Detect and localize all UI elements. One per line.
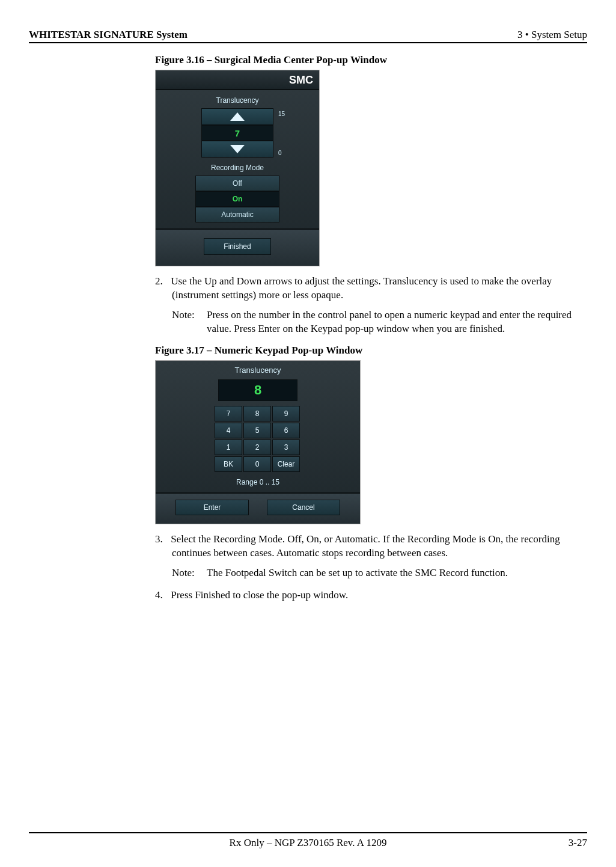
keypad-grid: 7 8 9 4 5 6 1 2 3 BK 0 Clear bbox=[215, 406, 301, 472]
translucency-stepper: 15 7 0 bbox=[201, 108, 273, 158]
step-2-text: Use the Up and Down arrows to adjust the… bbox=[171, 275, 552, 301]
finished-row: Finished bbox=[156, 228, 319, 266]
note-2-label: Note: bbox=[172, 566, 207, 580]
note-2: Note: The Footpedal Switch can be set up… bbox=[172, 566, 587, 580]
key-0[interactable]: 0 bbox=[243, 456, 271, 472]
recording-mode-list: Off On Automatic bbox=[195, 176, 279, 222]
key-5[interactable]: 5 bbox=[243, 423, 271, 438]
step-2: 2. Use the Up and Down arrows to adjust … bbox=[155, 275, 587, 302]
footer-page-number: 3-27 bbox=[569, 837, 587, 849]
key-4[interactable]: 4 bbox=[215, 423, 242, 438]
note-1-text: Press on the number in the control panel… bbox=[207, 308, 587, 336]
recording-mode-automatic[interactable]: Automatic bbox=[195, 207, 279, 222]
arrow-down-icon[interactable] bbox=[201, 141, 273, 158]
note-1-label: Note: bbox=[172, 308, 207, 336]
header-left: WHITESTAR SIGNATURE System bbox=[29, 29, 188, 41]
key-bk[interactable]: BK bbox=[215, 456, 242, 472]
step-3-number: 3. bbox=[155, 533, 168, 547]
recording-mode-off[interactable]: Off bbox=[195, 176, 279, 191]
translucency-value[interactable]: 7 bbox=[201, 125, 273, 141]
key-1[interactable]: 1 bbox=[215, 440, 242, 455]
smc-popup: SMC Translucency 15 7 0 Recording Mode O… bbox=[155, 70, 320, 266]
figure-3-16-caption: Figure 3.16 – Surgical Media Center Pop-… bbox=[155, 54, 587, 66]
key-3[interactable]: 3 bbox=[272, 440, 300, 455]
translucency-label: Translucency bbox=[156, 90, 319, 108]
step-2-number: 2. bbox=[155, 275, 168, 289]
recording-mode-on[interactable]: On bbox=[195, 191, 279, 207]
smc-title: SMC bbox=[156, 70, 319, 90]
note-2-text: The Footpedal Switch can be set up to ac… bbox=[207, 566, 587, 580]
step-3-text: Select the Recording Mode. Off, On, or A… bbox=[171, 533, 560, 559]
key-9[interactable]: 9 bbox=[272, 406, 300, 421]
enter-button[interactable]: Enter bbox=[175, 500, 249, 515]
step-4-text: Press Finished to close the pop-up windo… bbox=[171, 589, 348, 601]
key-2[interactable]: 2 bbox=[243, 440, 271, 455]
keypad-title: Translucency bbox=[156, 361, 360, 379]
key-clear[interactable]: Clear bbox=[272, 456, 300, 472]
keypad-actions: Enter Cancel bbox=[156, 492, 360, 524]
cancel-button[interactable]: Cancel bbox=[267, 500, 340, 515]
key-7[interactable]: 7 bbox=[215, 406, 242, 421]
key-6[interactable]: 6 bbox=[272, 423, 300, 438]
keypad-range: Range 0 .. 15 bbox=[156, 472, 360, 492]
finished-button[interactable]: Finished bbox=[204, 238, 271, 255]
header-right: 3 • System Setup bbox=[517, 29, 587, 41]
figure-3-17-caption: Figure 3.17 – Numeric Keypad Pop-up Wind… bbox=[155, 345, 587, 357]
note-1: Note: Press on the number in the control… bbox=[172, 308, 587, 336]
recording-mode-label: Recording Mode bbox=[156, 158, 319, 176]
step-3: 3. Select the Recording Mode. Off, On, o… bbox=[155, 533, 587, 560]
step-4: 4. Press Finished to close the pop-up wi… bbox=[155, 589, 587, 602]
key-8[interactable]: 8 bbox=[243, 406, 271, 421]
footer-center: Rx Only – NGP Z370165 Rev. A 1209 bbox=[230, 837, 387, 849]
arrow-up-icon[interactable] bbox=[201, 108, 273, 125]
step-4-number: 4. bbox=[155, 589, 168, 602]
page-header: WHITESTAR SIGNATURE System 3 • System Se… bbox=[29, 29, 587, 43]
translucency-max: 15 bbox=[276, 111, 289, 117]
translucency-min: 0 bbox=[276, 150, 289, 156]
keypad-popup: Translucency 8 7 8 9 4 5 6 1 2 3 BK 0 Cl… bbox=[155, 360, 361, 524]
keypad-display[interactable]: 8 bbox=[218, 379, 297, 401]
page-footer: Rx Only – NGP Z370165 Rev. A 1209 3-27 bbox=[29, 832, 587, 849]
